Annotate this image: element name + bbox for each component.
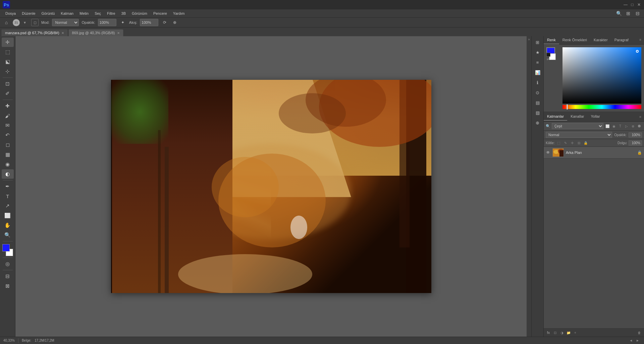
- foreground-color-swatch[interactable]: [2, 244, 10, 251]
- extra-icon[interactable]: ⊕: [171, 19, 178, 26]
- menu-sec[interactable]: Seç: [92, 11, 104, 16]
- brush-dropdown-icon[interactable]: ▼: [21, 19, 29, 26]
- dock-icon-3[interactable]: ≡: [533, 58, 542, 67]
- tool-eraser[interactable]: ◻: [2, 140, 14, 150]
- default-colors-icon[interactable]: [546, 53, 550, 57]
- filter-adjust-icon[interactable]: ◉: [611, 123, 616, 129]
- filter-text-icon[interactable]: T: [618, 123, 623, 129]
- lock-transparent-icon[interactable]: ⬚: [556, 140, 561, 146]
- tab-kanallar[interactable]: Kanallar: [567, 113, 587, 121]
- tool-gradient[interactable]: ▦: [2, 150, 14, 159]
- menu-pencere[interactable]: Pencere: [151, 11, 170, 16]
- dock-icon-8[interactable]: ▨: [533, 108, 542, 117]
- tab-katmanlar[interactable]: Katmanlar: [544, 113, 567, 121]
- blend-mode-select[interactable]: Normal Multiply Screen: [546, 132, 612, 138]
- search-icon[interactable]: 🔍: [615, 10, 623, 17]
- tab-renk[interactable]: Renk: [544, 36, 559, 44]
- tool-zoom[interactable]: 🔍: [2, 230, 14, 240]
- arrange-icon[interactable]: ⊟: [634, 10, 641, 17]
- layers-panel-collapse[interactable]: ≡: [637, 113, 644, 120]
- tab-869[interactable]: 869.jpg @ 40,3% (RGB/8) ✕: [68, 29, 123, 36]
- tool-magic-wand[interactable]: ⊹: [2, 67, 14, 76]
- lock-all-icon[interactable]: 🔒: [583, 140, 588, 146]
- menu-goruntu[interactable]: Görüntü: [39, 11, 58, 16]
- layer-group-button[interactable]: 📁: [566, 330, 571, 335]
- layer-filter-select[interactable]: Çeşit: [552, 123, 603, 129]
- tool-eyedropper[interactable]: ✐: [2, 89, 14, 98]
- workspace-icon[interactable]: ⊞: [625, 10, 632, 17]
- dock-icon-7[interactable]: ▤: [533, 98, 542, 107]
- tool-move[interactable]: ✛: [2, 38, 14, 47]
- dock-icon-4[interactable]: 📊: [533, 68, 542, 77]
- maximize-button[interactable]: □: [630, 2, 635, 7]
- menu-duzenle[interactable]: Düzenle: [19, 11, 38, 16]
- mode-select[interactable]: Normal Dissolve Multiply: [52, 19, 79, 26]
- dock-icon-9[interactable]: ⊕: [533, 118, 542, 127]
- tab-manzara[interactable]: manzara.psd @ 67,7% (RGB/8#) ✕: [1, 29, 68, 36]
- home-icon[interactable]: ⌂: [3, 19, 10, 26]
- tool-marquee[interactable]: ⬚: [2, 47, 14, 57]
- close-button[interactable]: ✕: [637, 2, 641, 7]
- opacity-input[interactable]: [98, 19, 116, 26]
- color-panel-collapse[interactable]: ≡: [637, 36, 644, 44]
- layer-fx-button[interactable]: fx: [546, 330, 551, 335]
- dock-icon-6[interactable]: ⊙: [533, 88, 542, 97]
- menu-3b[interactable]: 3B: [119, 11, 128, 16]
- menu-dosya[interactable]: Dosya: [3, 11, 18, 16]
- tool-heal[interactable]: ✚: [2, 101, 14, 111]
- layer-mask-button[interactable]: ⊡: [552, 330, 558, 335]
- tool-history-brush[interactable]: ↶: [2, 130, 14, 140]
- lock-move-icon[interactable]: ✛: [570, 140, 575, 146]
- tool-pen[interactable]: ✒: [2, 182, 14, 191]
- tab-karakter[interactable]: Karakter: [590, 36, 611, 44]
- tab-yollar[interactable]: Yollar: [588, 113, 603, 121]
- layer-add-button[interactable]: +: [573, 330, 578, 335]
- tool-quick-mask[interactable]: ◎: [2, 259, 14, 269]
- menu-metin[interactable]: Metin: [77, 11, 91, 16]
- layer-adjustment-button[interactable]: ◑: [559, 330, 565, 335]
- tool-text[interactable]: T: [2, 191, 14, 201]
- tab-paragraf[interactable]: Paragraf: [611, 36, 632, 44]
- flow-input[interactable]: [140, 19, 158, 26]
- brush-mode-icon[interactable]: ◻: [31, 19, 39, 26]
- filter-shape-icon[interactable]: ▷: [624, 123, 629, 129]
- status-nav-next[interactable]: ►: [635, 338, 641, 343]
- airbrush-icon[interactable]: ✦: [119, 19, 126, 26]
- color-gradient-picker[interactable]: [562, 47, 641, 104]
- filter-smart-icon[interactable]: ⊕: [630, 123, 636, 129]
- color-swatches[interactable]: [2, 244, 14, 256]
- tab-renk-ornekleri[interactable]: Renk Örnekleri: [559, 36, 590, 44]
- smoothing-icon[interactable]: ⟳: [161, 19, 168, 26]
- opacity-value[interactable]: 100%: [629, 132, 642, 137]
- tool-screen-mode2[interactable]: ⊠: [2, 281, 14, 291]
- tool-brush[interactable]: 🖌: [2, 111, 14, 120]
- tool-screen-mode[interactable]: ⊟: [2, 272, 14, 281]
- minimize-button[interactable]: —: [623, 2, 628, 7]
- fill-value[interactable]: 100%: [629, 140, 642, 146]
- dock-icon-5[interactable]: ℹ: [533, 78, 542, 87]
- lock-artboard-icon[interactable]: ⊟: [576, 140, 582, 146]
- tool-clone[interactable]: ✉: [2, 121, 14, 130]
- layer-visibility-eye[interactable]: 👁: [546, 150, 550, 155]
- canvas-image[interactable]: [111, 80, 431, 293]
- tool-blur[interactable]: ◉: [2, 160, 14, 169]
- tab-869-close[interactable]: ✕: [117, 31, 120, 35]
- tab-manzara-close[interactable]: ✕: [61, 31, 64, 35]
- tool-dodge[interactable]: ◐: [2, 169, 14, 179]
- tool-shape[interactable]: ⬜: [2, 211, 14, 220]
- menu-goruntu2[interactable]: Görünüm: [129, 11, 150, 16]
- menu-filtre[interactable]: Filtre: [104, 11, 118, 16]
- layer-item-arka-plan[interactable]: 👁 Arka Plan 🔒: [544, 147, 644, 159]
- swap-colors-icon[interactable]: ⇄: [546, 57, 550, 61]
- panel-collapse-divider[interactable]: »: [527, 36, 531, 337]
- layer-delete-button[interactable]: 🗑: [637, 330, 642, 335]
- filter-dot[interactable]: [637, 123, 642, 129]
- tool-lasso[interactable]: ⬕: [2, 57, 14, 66]
- brush-preview[interactable]: 21: [13, 19, 20, 26]
- tool-hand[interactable]: ✋: [2, 221, 14, 230]
- filter-pixel-icon[interactable]: ⬜: [605, 123, 610, 129]
- status-nav-prev[interactable]: ◄: [628, 338, 634, 343]
- menu-katman[interactable]: Katman: [58, 11, 76, 16]
- tool-crop[interactable]: ⊡: [2, 79, 14, 89]
- menu-yardim[interactable]: Yardım: [170, 11, 187, 16]
